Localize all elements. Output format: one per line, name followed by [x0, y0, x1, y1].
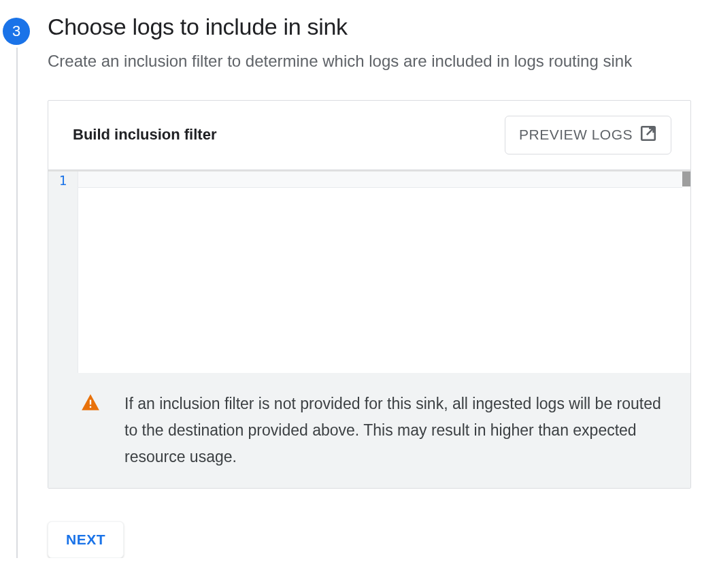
filter-code-editor: 1	[48, 170, 690, 373]
inclusion-filter-panel: Build inclusion filter PREVIEW LOGS	[48, 100, 691, 489]
warning-text: If an inclusion filter is not provided f…	[124, 391, 669, 470]
preview-logs-label: PREVIEW LOGS	[519, 127, 633, 143]
svg-line-1	[647, 128, 654, 135]
line-number: 1	[48, 172, 78, 189]
svg-rect-3	[90, 406, 91, 407]
step-connector-line	[16, 48, 18, 558]
open-in-new-icon	[639, 125, 657, 146]
next-button-label: NEXT	[66, 532, 105, 547]
editor-gutter: 1	[48, 170, 78, 373]
warning-icon	[81, 393, 100, 414]
warning-panel: If an inclusion filter is not provided f…	[48, 373, 690, 488]
step-description: Create an inclusion filter to determine …	[48, 50, 691, 73]
svg-rect-2	[90, 399, 91, 404]
filter-header-title: Build inclusion filter	[73, 126, 216, 144]
filter-header: Build inclusion filter PREVIEW LOGS	[48, 101, 690, 170]
preview-logs-button[interactable]: PREVIEW LOGS	[505, 116, 671, 154]
step-number-badge: 3	[3, 18, 30, 45]
step-title: Choose logs to include in sink	[48, 14, 691, 40]
next-button[interactable]: NEXT	[48, 521, 124, 558]
step-number: 3	[12, 22, 20, 40]
filter-editor-textarea[interactable]	[78, 170, 690, 373]
